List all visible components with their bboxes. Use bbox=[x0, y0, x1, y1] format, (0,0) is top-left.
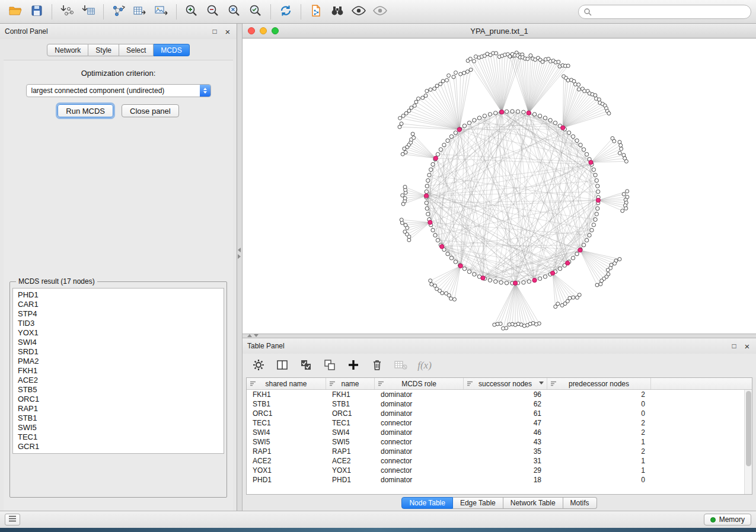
table-row[interactable]: SWI4SWI4dominator462 bbox=[247, 428, 744, 437]
mcds-result-item[interactable]: STP4 bbox=[13, 309, 224, 319]
mcds-result-item[interactable]: STB1 bbox=[13, 414, 224, 423]
graph-dominator-node[interactable] bbox=[500, 110, 504, 114]
tab-network-table[interactable]: Network Table bbox=[503, 497, 563, 509]
graph-node[interactable] bbox=[522, 110, 525, 114]
graph-node[interactable] bbox=[606, 268, 610, 272]
graph-node[interactable] bbox=[553, 121, 557, 124]
graph-node[interactable] bbox=[462, 124, 466, 127]
graph-node[interactable] bbox=[431, 228, 435, 232]
graph-node[interactable] bbox=[600, 279, 604, 283]
graph-node[interactable] bbox=[560, 303, 564, 307]
graph-node[interactable] bbox=[618, 257, 621, 261]
mcds-result-item[interactable]: RAP1 bbox=[13, 404, 224, 414]
graph-node[interactable] bbox=[445, 78, 449, 82]
mcds-result-item[interactable]: TID3 bbox=[13, 319, 224, 328]
graph-node[interactable] bbox=[401, 194, 404, 197]
tab-node-table[interactable]: Node Table bbox=[401, 497, 453, 509]
search-input[interactable] bbox=[595, 7, 746, 17]
mcds-result-item[interactable]: SWI5 bbox=[13, 423, 224, 432]
float-panel-icon[interactable]: □ bbox=[210, 27, 219, 36]
graph-node[interactable] bbox=[454, 71, 458, 75]
mcds-result-item[interactable]: PMA2 bbox=[13, 357, 224, 366]
save-session-button[interactable] bbox=[26, 2, 47, 21]
graph-node[interactable] bbox=[619, 143, 623, 147]
graph-node[interactable] bbox=[613, 139, 616, 143]
table-row[interactable]: ORC1ORC1dominator610 bbox=[247, 409, 744, 418]
graph-node[interactable] bbox=[414, 100, 418, 104]
graph-node[interactable] bbox=[425, 201, 428, 204]
optimization-criterion-dropdown[interactable]: largest connected component (undirected) bbox=[26, 84, 211, 97]
graph-node[interactable] bbox=[566, 79, 570, 82]
table-row[interactable]: STB1STB1dominator620 bbox=[247, 399, 744, 409]
search-box[interactable] bbox=[578, 5, 751, 19]
graph-node[interactable] bbox=[596, 190, 599, 193]
graph-node[interactable] bbox=[543, 275, 547, 278]
graph-node[interactable] bbox=[425, 184, 429, 188]
graph-node[interactable] bbox=[579, 143, 582, 147]
zoom-out-button[interactable] bbox=[202, 2, 224, 21]
graph-node[interactable] bbox=[511, 110, 514, 113]
graph-node[interactable] bbox=[566, 64, 570, 68]
graph-node[interactable] bbox=[452, 75, 455, 79]
graph-node[interactable] bbox=[624, 159, 628, 163]
graph-node[interactable] bbox=[453, 297, 457, 301]
graph-node[interactable] bbox=[467, 121, 471, 124]
graph-node[interactable] bbox=[538, 114, 541, 117]
graph-node[interactable] bbox=[599, 283, 602, 286]
graph-dominator-node[interactable] bbox=[513, 281, 517, 285]
graph-node[interactable] bbox=[454, 260, 457, 264]
graph-node[interactable] bbox=[590, 228, 594, 232]
graph-node[interactable] bbox=[583, 89, 586, 93]
graph-node[interactable] bbox=[595, 179, 598, 182]
graph-node[interactable] bbox=[441, 79, 445, 83]
graph-node[interactable] bbox=[412, 136, 416, 140]
graph-node[interactable] bbox=[575, 252, 579, 255]
graph-node[interactable] bbox=[424, 94, 428, 97]
graph-node[interactable] bbox=[473, 118, 476, 122]
graph-node[interactable] bbox=[398, 125, 401, 129]
graph-node[interactable] bbox=[532, 113, 536, 116]
graph-node[interactable] bbox=[431, 162, 435, 166]
graph-node[interactable] bbox=[425, 207, 429, 210]
memory-button[interactable]: Memory bbox=[704, 514, 751, 525]
graph-node[interactable] bbox=[620, 147, 623, 150]
graph-node[interactable] bbox=[428, 173, 431, 177]
graph-node[interactable] bbox=[575, 139, 579, 142]
graph-node[interactable] bbox=[404, 223, 407, 227]
graph-node[interactable] bbox=[465, 70, 469, 73]
graph-node[interactable] bbox=[624, 207, 628, 210]
graph-node[interactable] bbox=[411, 132, 414, 136]
graph-dominator-node[interactable] bbox=[532, 278, 537, 282]
export-image-button[interactable] bbox=[151, 2, 172, 21]
graph-node[interactable] bbox=[436, 238, 439, 242]
show-columns-button[interactable] bbox=[275, 358, 290, 373]
graph-dominator-node[interactable] bbox=[596, 198, 600, 202]
graph-node[interactable] bbox=[404, 150, 407, 154]
graph-node[interactable] bbox=[585, 152, 588, 156]
graph-node[interactable] bbox=[413, 104, 416, 107]
mcds-result-item[interactable]: STB5 bbox=[13, 385, 224, 395]
float-panel-icon[interactable]: □ bbox=[730, 342, 738, 350]
scrollbar-thumb[interactable] bbox=[746, 391, 751, 466]
vertical-splitter[interactable] bbox=[237, 24, 243, 511]
graph-node[interactable] bbox=[522, 281, 525, 284]
mcds-result-item[interactable]: ACE2 bbox=[13, 376, 224, 385]
graph-node[interactable] bbox=[527, 280, 531, 283]
graph-node[interactable] bbox=[494, 280, 497, 283]
graph-node[interactable] bbox=[592, 223, 595, 226]
graph-node[interactable] bbox=[526, 57, 529, 60]
mcds-result-item[interactable]: GCR1 bbox=[13, 442, 224, 451]
graph-node[interactable] bbox=[558, 267, 562, 270]
mcds-result-item[interactable]: YOX1 bbox=[13, 328, 224, 338]
graph-node[interactable] bbox=[403, 230, 407, 233]
graph-node[interactable] bbox=[596, 207, 599, 210]
tab-select[interactable]: Select bbox=[119, 44, 154, 56]
graph-node[interactable] bbox=[416, 97, 420, 101]
graph-node[interactable] bbox=[488, 113, 492, 116]
graph-node[interactable] bbox=[548, 118, 552, 122]
graph-dominator-node[interactable] bbox=[566, 261, 570, 265]
network-canvas[interactable] bbox=[243, 39, 756, 334]
graph-node[interactable] bbox=[459, 72, 462, 76]
deselect-all-rows-button[interactable] bbox=[322, 358, 337, 373]
graph-node[interactable] bbox=[403, 197, 407, 200]
